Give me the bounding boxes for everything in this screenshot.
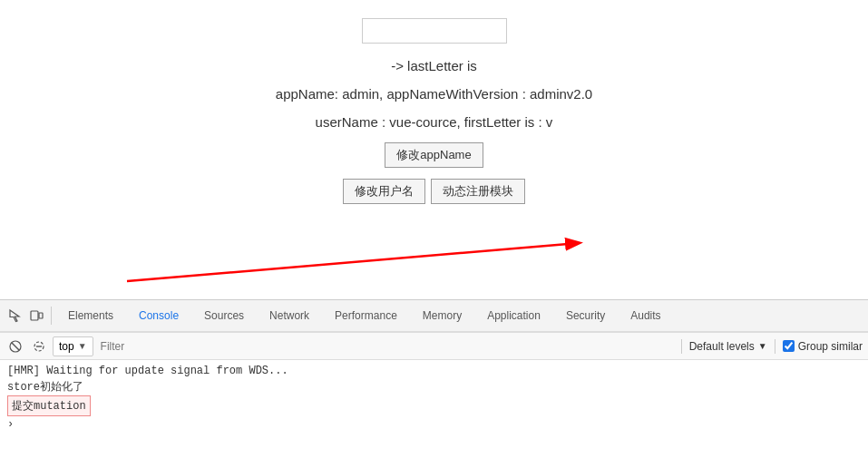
group-similar-label[interactable]: Group similar	[783, 340, 863, 353]
devtools-panel: Elements Console Sources Network Perform…	[0, 299, 868, 458]
device-toolbar-icon[interactable]	[25, 305, 47, 326]
tab-divider	[51, 307, 52, 325]
console-toolbar: top ▼ Default levels ▼ Group similar	[0, 333, 868, 360]
last-letter-line: -> lastLetter is	[391, 58, 477, 73]
filter-input[interactable]	[97, 338, 674, 355]
tab-application[interactable]: Application	[474, 300, 553, 333]
console-expand-row[interactable]: ›	[7, 416, 861, 433]
stop-recording-button[interactable]	[29, 336, 49, 356]
tab-audits[interactable]: Audits	[618, 300, 673, 333]
group-similar-text: Group similar	[798, 340, 863, 353]
button-row-2: 修改用户名 动态注册模块	[343, 179, 525, 204]
modify-username-button[interactable]: 修改用户名	[343, 179, 425, 204]
modify-appname-button[interactable]: 修改appName	[385, 142, 483, 168]
user-name-line: userName : vue-cource, firstLetter is : …	[316, 114, 553, 130]
tab-elements[interactable]: Elements	[55, 300, 126, 333]
dynamic-register-button[interactable]: 动态注册模块	[431, 179, 525, 204]
svg-rect-2	[39, 313, 43, 318]
levels-chevron-icon: ▼	[758, 341, 767, 351]
devtools-tabs-bar: Elements Console Sources Network Perform…	[0, 300, 868, 333]
app-name-line: appName: admin, appNameWithVersion : adm…	[276, 86, 592, 102]
svg-line-0	[127, 243, 579, 281]
console-output[interactable]: [HMR] Waiting for update signal from WDS…	[0, 360, 868, 458]
chevron-down-icon: ▼	[78, 341, 87, 351]
toolbar-divider	[681, 339, 682, 354]
tab-network[interactable]: Network	[257, 300, 322, 333]
clear-console-button[interactable]	[5, 336, 25, 356]
main-content: -> lastLetter is appName: admin, appName…	[0, 0, 868, 299]
tab-performance[interactable]: Performance	[322, 300, 410, 333]
group-similar-checkbox[interactable]	[783, 340, 795, 352]
default-levels-button[interactable]: Default levels ▼	[689, 340, 767, 353]
tab-memory[interactable]: Memory	[410, 300, 474, 333]
svg-rect-1	[31, 311, 38, 320]
toolbar-divider-2	[775, 339, 775, 354]
main-input[interactable]	[362, 18, 507, 44]
console-line-hmr: [HMR] Waiting for update signal from WDS…	[7, 364, 861, 378]
tab-security[interactable]: Security	[553, 300, 618, 333]
default-levels-label: Default levels	[689, 340, 755, 353]
caret-icon: ›	[7, 418, 14, 431]
context-dropdown[interactable]: top ▼	[53, 336, 93, 356]
tab-sources[interactable]: Sources	[191, 300, 257, 333]
console-line-mutation: 提交mutation	[7, 395, 91, 416]
inspect-element-icon[interactable]	[4, 305, 25, 326]
context-label: top	[59, 340, 74, 353]
console-line-store: store初始化了	[7, 378, 861, 395]
tab-console[interactable]: Console	[126, 300, 191, 333]
button-row-1: 修改appName	[385, 142, 483, 168]
svg-line-4	[12, 343, 19, 350]
